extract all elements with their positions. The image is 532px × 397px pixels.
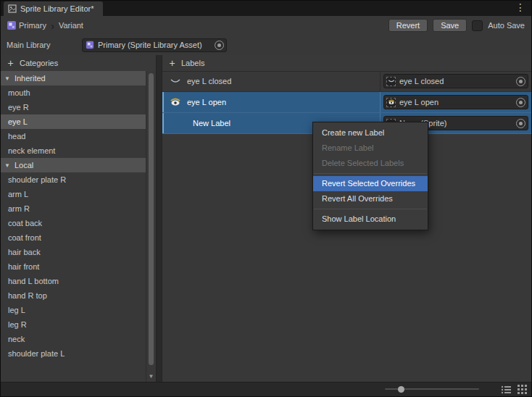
list-view-icon[interactable] — [501, 385, 511, 394]
label-name-cell: eye L closed — [162, 71, 380, 91]
menu-item-revert-selected-overrides[interactable]: Revert Selected Overrides — [313, 176, 428, 191]
categories-header-label: Categories — [20, 59, 58, 67]
sprite-thumbnail-icon — [386, 98, 396, 107]
category-item-eye-l[interactable]: eye L — [1, 114, 146, 129]
category-item-shoulder-plate-r[interactable]: shoulder plate R — [1, 172, 146, 187]
category-item-coat-front[interactable]: coat front — [1, 230, 146, 245]
main-library-object-value: Primary (Sprite Library Asset) — [98, 41, 211, 49]
label-name: New Label — [193, 119, 230, 128]
window-title: Sprite Library Editor* — [20, 4, 94, 13]
category-group-label: Inherited — [14, 74, 46, 83]
scrollbar-thumb[interactable] — [149, 73, 154, 365]
category-item-hair-back[interactable]: hair back — [1, 245, 146, 259]
menu-separator — [314, 209, 427, 209]
labels-header: + Labels — [162, 55, 531, 72]
sprite-thumbnail-icon — [386, 77, 396, 86]
category-item-mouth[interactable]: mouth — [1, 85, 146, 100]
scroll-down-icon[interactable]: ▼ — [146, 373, 156, 380]
category-item-arm-r[interactable]: arm R — [1, 201, 146, 216]
thumbnail-size-slider[interactable] — [385, 385, 479, 393]
main-library-object-field[interactable]: Primary (Sprite Library Asset) — [82, 38, 227, 52]
titlebar: Sprite Library Editor* ⋮ — [1, 1, 531, 16]
statusbar — [1, 382, 531, 396]
grid-view-icon[interactable] — [518, 385, 527, 394]
eye-closed-sprite-icon — [170, 77, 181, 85]
category-item-arm-l[interactable]: arm L — [1, 187, 146, 201]
window-tab[interactable]: Sprite Library Editor* — [4, 1, 103, 16]
categories-header: + Categories — [1, 55, 156, 72]
menu-item-rename-label: Rename Label — [313, 141, 428, 156]
label-name: eye L closed — [187, 77, 231, 85]
category-item-hand-l-bottom[interactable]: hand L bottom — [1, 274, 146, 288]
labels-header-label: Labels — [181, 59, 204, 67]
menu-item-show-label-location[interactable]: Show Label Location — [313, 212, 428, 227]
category-item-eye-r[interactable]: eye R — [1, 100, 146, 114]
sprite-object-value: eye L closed — [399, 77, 512, 85]
menu-separator — [314, 173, 427, 174]
menu-item-create-new-label[interactable]: Create new Label — [313, 125, 428, 141]
breadcrumb-bar: Primary › Variant Revert Save Auto Save — [1, 16, 531, 35]
context-menu: Create new LabelRename LabelDelete Selec… — [312, 122, 428, 230]
breadcrumb-variant[interactable]: Variant — [59, 21, 83, 30]
category-group-inherited[interactable]: ▼Inherited — [1, 71, 146, 85]
auto-save-checkbox[interactable] — [472, 20, 483, 31]
eye-open-sprite-icon — [170, 98, 181, 106]
category-group-label: Local — [14, 161, 33, 170]
object-picker-icon[interactable] — [516, 119, 525, 128]
category-item-shoulder-plate-l[interactable]: shoulder plate L — [1, 346, 146, 361]
add-label-button[interactable]: + — [168, 58, 176, 68]
sprite-object-value: eye L open — [399, 98, 512, 106]
view-mode-toggles — [501, 385, 527, 394]
auto-save-label: Auto Save — [488, 21, 525, 30]
add-category-button[interactable]: + — [7, 58, 14, 68]
save-button[interactable]: Save — [433, 19, 467, 32]
categories-panel: + Categories ▼Inheritedmoutheye Reye Lhe… — [1, 55, 157, 382]
label-name-cell: eye L open — [162, 92, 380, 112]
main-library-row: Main Library Primary (Sprite Library Ass… — [1, 35, 531, 55]
slider-handle[interactable] — [398, 386, 404, 393]
category-item-coat-back[interactable]: coat back — [1, 216, 146, 230]
menu-item-revert-all-overrides[interactable]: Revert All Overrides — [313, 191, 428, 206]
object-picker-icon[interactable] — [516, 77, 525, 86]
sprite-library-editor-icon — [8, 4, 17, 13]
sprite-object-field[interactable]: eye L closed — [383, 74, 528, 88]
categories-list: ▼Inheritedmoutheye Reye Lheadneck elemen… — [1, 71, 146, 382]
main-library-label: Main Library — [7, 41, 82, 49]
label-row-eye-l-open[interactable]: eye L openeye L open — [162, 92, 531, 113]
label-field-cell: eye L open — [380, 92, 531, 112]
label-name: eye L open — [187, 98, 226, 106]
label-field-cell: eye L closed — [380, 71, 531, 91]
category-item-head[interactable]: head — [1, 129, 146, 143]
sprite-library-asset-icon-small — [86, 41, 94, 49]
category-item-neck-element[interactable]: neck element — [1, 143, 146, 158]
category-group-local[interactable]: ▼Local — [1, 158, 146, 172]
categories-scrollbar[interactable]: ▼ — [146, 71, 156, 382]
category-item-neck[interactable]: neck — [1, 332, 146, 346]
breadcrumb-separator-icon: › — [51, 20, 54, 31]
toolbar-actions: Revert Save Auto Save — [388, 19, 531, 32]
editor-body: + Categories ▼Inheritedmoutheye Reye Lhe… — [1, 55, 531, 382]
label-row-eye-l-closed[interactable]: eye L closedeye L closed — [162, 71, 531, 92]
object-picker-icon[interactable] — [516, 98, 525, 107]
foldout-icon: ▼ — [4, 162, 10, 169]
category-item-hair-front[interactable]: hair front — [1, 259, 146, 274]
sprite-library-asset-icon — [7, 20, 17, 30]
sprite-library-editor-window: Sprite Library Editor* ⋮ Primary › Varia… — [0, 0, 532, 397]
category-item-leg-r[interactable]: leg R — [1, 317, 146, 332]
window-menu-icon[interactable]: ⋮ — [515, 1, 525, 13]
breadcrumb-primary[interactable]: Primary — [19, 21, 46, 30]
category-item-hand-r-top[interactable]: hand R top — [1, 288, 146, 303]
foldout-icon: ▼ — [4, 75, 10, 82]
category-item-leg-l[interactable]: leg L — [1, 303, 146, 317]
sprite-object-field[interactable]: eye L open — [383, 95, 528, 109]
object-picker-icon[interactable] — [215, 41, 224, 50]
revert-button[interactable]: Revert — [388, 19, 428, 32]
menu-item-delete-selected-labels: Delete Selected Labels — [313, 156, 428, 171]
